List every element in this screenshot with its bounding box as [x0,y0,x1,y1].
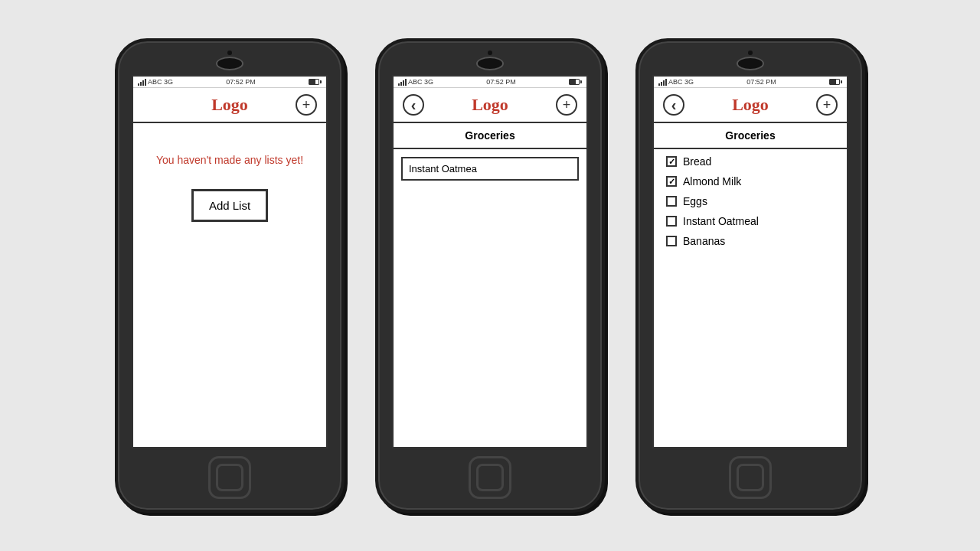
list-title-2: Groceries [394,123,586,149]
nav-bar-3: ‹ Logo + [654,88,847,123]
logo-3: Logo [732,95,769,115]
status-bar-1: ABC 3G 07:52 PM [133,77,326,88]
carrier-1: ABC 3G [148,78,173,86]
checkbox-bananas[interactable] [666,236,677,246]
nav-bar-2: ‹ Logo + [394,88,586,123]
empty-message-1: You haven't made any lists yet! [156,154,303,166]
add-list-button-1[interactable]: Add List [191,189,268,222]
speaker-1 [227,51,232,55]
home-button-1[interactable] [208,456,251,499]
time-3: 07:52 PM [746,78,776,86]
signal-bars-2 [398,78,407,86]
home-button-inner-3 [737,464,764,491]
signal-bars-3 [658,78,667,86]
camera-2 [476,57,504,70]
list-item-almond-milk[interactable]: Almond Milk [666,175,835,187]
phones-container: ABC 3G 07:52 PM Logo + You haven't made … [115,38,865,513]
list-item-instant-oatmeal[interactable]: Instant Oatmeal [666,215,835,227]
signal-bars-1 [138,78,146,86]
back-button-3[interactable]: ‹ [663,94,684,116]
carrier-2: ABC 3G [408,78,433,86]
camera-1 [216,57,243,70]
checkbox-eggs[interactable] [666,196,677,207]
item-label-eggs: Eggs [683,195,707,207]
time-1: 07:52 PM [226,78,256,86]
carrier-3: ABC 3G [668,78,694,86]
list-item-bananas[interactable]: Bananas [666,235,835,247]
list-item-bread[interactable]: Bread [666,155,835,168]
checkbox-bread[interactable] [666,156,677,167]
item-input-2[interactable] [401,157,579,181]
add-button-2[interactable]: + [556,94,577,116]
checkbox-instant-oatmeal[interactable] [666,216,677,227]
home-button-2[interactable] [469,456,511,499]
add-button-1[interactable]: + [296,94,317,116]
item-label-almond-milk: Almond Milk [683,175,741,187]
screen-2: ABC 3G 07:52 PM ‹ Logo + Groceries [392,75,588,448]
screen-content-1: You haven't made any lists yet! Add List [133,123,326,447]
logo-2: Logo [472,95,508,115]
screen-1: ABC 3G 07:52 PM Logo + You haven't made … [132,75,328,448]
item-label-instant-oatmeal: Instant Oatmeal [683,215,759,227]
checkbox-almond-milk[interactable] [666,176,677,187]
phone-2: ABC 3G 07:52 PM ‹ Logo + Groceries [375,38,605,513]
home-button-inner-2 [476,464,504,491]
back-button-2[interactable]: ‹ [403,94,424,116]
status-bar-3: ABC 3G 07:52 PM [654,77,847,88]
item-label-bananas: Bananas [683,235,725,247]
battery-2 [569,79,582,85]
battery-3 [829,79,842,85]
camera-3 [737,57,764,70]
battery-1 [309,79,322,85]
status-bar-2: ABC 3G 07:52 PM [394,77,586,88]
item-label-bread: Bread [683,155,711,168]
phone-1: ABC 3G 07:52 PM Logo + You haven't made … [115,38,345,513]
add-button-3[interactable]: + [816,94,838,116]
input-area-2 [394,149,586,188]
home-button-3[interactable] [729,456,772,499]
screen-3: ABC 3G 07:52 PM ‹ Logo + Groceries [652,75,848,448]
time-2: 07:52 PM [486,78,516,86]
phone-3: ABC 3G 07:52 PM ‹ Logo + Groceries [635,38,865,513]
home-button-inner-1 [216,464,243,491]
nav-bar-1: Logo + [133,88,326,123]
speaker-2 [488,51,492,55]
checklist-3: Bread Almond Milk Eggs Instant Oatmeal B… [654,149,847,253]
logo-1: Logo [211,95,248,115]
list-title-3: Groceries [654,123,847,149]
speaker-3 [748,51,753,55]
back-placeholder-1 [142,94,164,116]
list-item-eggs[interactable]: Eggs [666,195,835,207]
